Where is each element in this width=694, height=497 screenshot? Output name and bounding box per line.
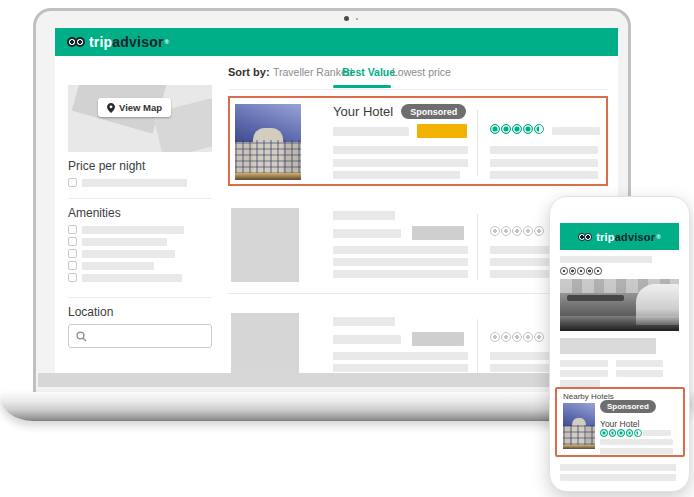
hotel-photo[interactable] [235, 104, 301, 180]
amenities-heading: Amenities [68, 206, 121, 220]
active-tab-underline [333, 85, 391, 88]
logo-advisor: advisor [615, 231, 656, 243]
logo-trip: trip [89, 34, 112, 50]
divider [477, 214, 478, 280]
placeholder-bar [560, 360, 608, 367]
placeholder-bar [616, 370, 663, 377]
placeholder-bar [333, 171, 460, 179]
placeholder-bar [600, 448, 673, 454]
placeholder-bar [333, 159, 468, 167]
placeholder-bar [82, 250, 175, 258]
placeholder-bar [560, 474, 676, 481]
placeholder-bar [82, 274, 182, 282]
placeholder-bar [333, 146, 468, 154]
placeholder-bar [333, 317, 395, 326]
desktop-screen: tripadvisor® View Map Price per night Am… [55, 28, 618, 373]
search-icon [76, 331, 87, 342]
logo-registered-mark: ® [165, 39, 170, 45]
tripadvisor-header: tripadvisor® [55, 28, 618, 56]
placeholder-bar [333, 352, 468, 360]
tripadvisor-mobile-header: tripadvisor® [560, 223, 679, 250]
placeholder-bar [333, 258, 468, 266]
rating-bubbles [560, 267, 602, 275]
placeholder-bar [333, 364, 468, 372]
amenity-checkbox[interactable] [68, 249, 77, 258]
view-map-label: View Map [119, 102, 162, 113]
photo-placeholder [231, 313, 299, 373]
price-per-night-heading: Price per night [68, 159, 145, 173]
photo-placeholder [231, 208, 299, 282]
placeholder-bar [82, 226, 184, 234]
placeholder-bar [82, 262, 154, 270]
amenity-checkbox[interactable] [68, 225, 77, 234]
sponsored-hotel-listing[interactable]: Your Hotel Sponsored [228, 96, 608, 186]
price-placeholder-bar [412, 332, 464, 346]
laptop-hinge-strip [38, 373, 626, 387]
tripadvisor-logo[interactable]: tripadvisor® [67, 34, 169, 50]
placeholder-bar [560, 256, 652, 263]
placeholder-bar [333, 246, 468, 254]
map-pin-icon [107, 103, 115, 113]
location-search-input[interactable] [87, 327, 191, 345]
divider [68, 198, 212, 199]
sponsored-badge: Sponsored [600, 400, 656, 413]
amenity-checkbox[interactable] [68, 237, 77, 246]
placeholder-bar [333, 270, 468, 278]
placeholder-bar [490, 171, 598, 179]
marketing-mockup: tripadvisor® View Map Price per night Am… [0, 0, 694, 497]
price-placeholder-bar [412, 226, 464, 240]
placeholder-bar [600, 439, 673, 445]
placeholder-bar [560, 380, 600, 387]
tripadvisor-logo[interactable]: tripadvisor® [578, 231, 661, 243]
sort-by-label: Sort by: [228, 66, 270, 78]
location-search-box[interactable] [68, 324, 212, 348]
divider [228, 89, 608, 90]
rating-bubbles [490, 332, 544, 342]
price-highlight-bar [417, 124, 467, 138]
hotel-photo[interactable] [563, 403, 595, 449]
map-preview [68, 85, 212, 152]
amenity-checkbox[interactable] [68, 261, 77, 270]
rating-bubbles [600, 429, 642, 437]
tab-best-value[interactable]: Best Value [342, 66, 395, 78]
rating-bubbles [490, 124, 544, 134]
tripadvisor-owl-icon [578, 233, 592, 241]
placeholder-bar [643, 430, 671, 436]
webcam-icon [344, 16, 349, 21]
webcam-light-icon [356, 18, 358, 20]
tripadvisor-owl-icon [67, 37, 85, 47]
tab-traveller-ranked[interactable]: Traveller Ranked [273, 66, 353, 78]
divider [68, 297, 212, 298]
hotel-gallery-photo[interactable] [560, 279, 679, 331]
placeholder-bar [333, 335, 401, 344]
hotel-name[interactable]: Your Hotel [600, 419, 639, 429]
placeholder-bar [560, 370, 608, 377]
placeholder-bar [616, 360, 663, 367]
tab-lowest-price[interactable]: Lowest price [392, 66, 451, 78]
sponsored-badge: Sponsored [401, 104, 466, 119]
nearby-hotels-sponsored-unit[interactable]: Nearby Hotels Sponsored Your Hotel [555, 387, 685, 457]
placeholder-block [560, 338, 656, 354]
placeholder-bar [82, 179, 187, 187]
placeholder-bar [490, 159, 598, 167]
phone-mockup: tripadvisor® Nearby Hotels Sponsored You… [549, 196, 690, 492]
price-filter-checkbox[interactable] [68, 178, 77, 187]
placeholder-bar [333, 229, 401, 238]
placeholder-bar [560, 464, 676, 471]
placeholder-bar [552, 127, 600, 135]
view-map-button[interactable]: View Map [98, 98, 171, 117]
divider [477, 110, 478, 176]
location-heading: Location [68, 305, 113, 319]
logo-advisor: advisor [112, 34, 163, 50]
logo-trip: trip [596, 231, 615, 243]
amenity-checkbox[interactable] [68, 273, 77, 282]
divider [477, 319, 478, 373]
placeholder-bar [82, 238, 167, 246]
logo-registered-mark: ® [656, 234, 661, 240]
listing-title-row: Your Hotel Sponsored [333, 104, 466, 119]
placeholder-bar [490, 146, 598, 154]
placeholder-bar [333, 127, 409, 136]
hotel-name[interactable]: Your Hotel [333, 104, 393, 119]
rating-bubbles [490, 226, 544, 236]
placeholder-bar [333, 211, 395, 220]
